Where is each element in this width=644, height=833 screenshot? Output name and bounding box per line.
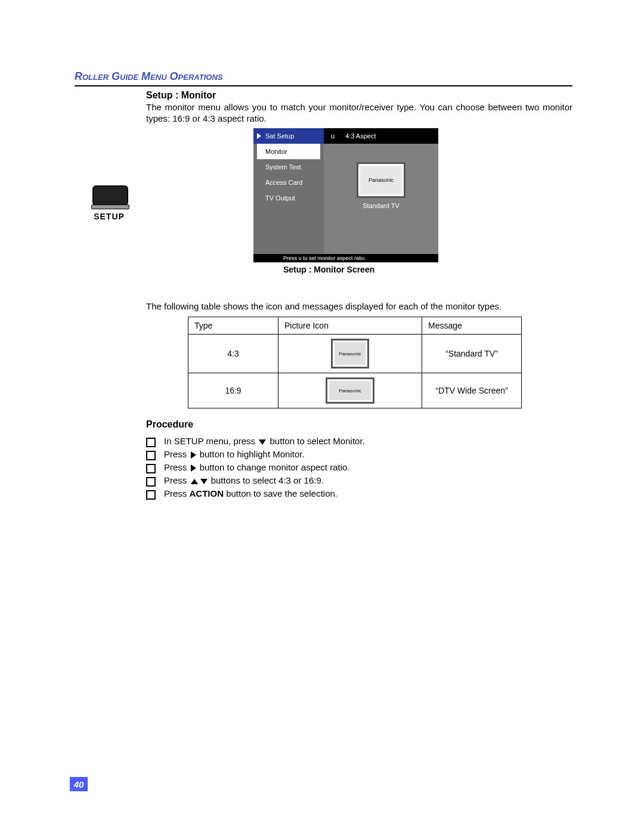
page-number-badge: 40: [70, 777, 88, 791]
tv-preview-icon: Panasonic: [358, 164, 404, 196]
cell-message: “Standard TV”: [422, 335, 522, 373]
menu-item-access-card: Access Card: [253, 175, 324, 190]
table-row: 16:9 Panasonic “DTV Wide Screen”: [188, 373, 522, 408]
procedure-list: In SETUP menu, press button to select Mo…: [146, 436, 572, 500]
menu-sidebar: Sat Setup Monitor System Test Access Car…: [253, 128, 324, 262]
procedure-step: Press button to change monitor aspect ra…: [146, 462, 572, 473]
subsection-title: Setup : Monitor: [146, 90, 572, 101]
cell-message: “DTV Wide Screen”: [422, 373, 522, 408]
setup-monitor-screenshot: Sat Setup Monitor System Test Access Car…: [253, 128, 438, 262]
tv-brand-label: Panasonic: [339, 351, 361, 357]
checkbox-icon: [146, 477, 156, 487]
step-text: Press: [164, 449, 190, 459]
menu-item-label: Access Card: [265, 179, 302, 186]
step-text-bold: ACTION: [190, 488, 224, 498]
screenshot-caption: Setup : Monitor Screen: [283, 265, 572, 274]
menu-item-system-test: System Test: [253, 159, 324, 175]
tv-icon-16-9: Panasonic: [327, 379, 373, 402]
menu-item-monitor: Monitor: [257, 144, 320, 159]
tv-caption: Standard TV: [324, 202, 438, 209]
checkbox-icon: [146, 464, 156, 473]
procedure-step: Press buttons to select 4:3 or 16:9.: [146, 475, 572, 487]
menu-item-label: Monitor: [265, 148, 287, 155]
up-arrow-icon: [191, 479, 198, 484]
menu-item-label: Sat Setup: [265, 132, 294, 140]
screenshot-preview-pane: Panasonic Standard TV: [324, 144, 438, 254]
step-text: Press: [164, 488, 190, 498]
cell-icon: Panasonic: [278, 335, 422, 373]
step-text: In SETUP menu, press: [164, 436, 258, 446]
menu-item-tv-output: TV Output: [253, 190, 324, 206]
cell-type: 16:9: [188, 373, 278, 408]
setup-device-icon: [92, 185, 128, 206]
screenshot-help-bar: Press u to set monitor aspect ratio.: [253, 254, 438, 262]
step-text: button to change monitor aspect ratio.: [200, 462, 350, 472]
procedure-step: Press ACTION button to save the selectio…: [146, 488, 572, 500]
procedure-step: In SETUP menu, press button to select Mo…: [146, 436, 572, 447]
down-arrow-icon: [200, 479, 208, 484]
table-intro: The following table shows the icon and m…: [146, 301, 572, 312]
table-header-icon: Picture Icon: [278, 317, 422, 335]
setup-icon-label: SETUP: [92, 212, 126, 221]
aspect-label: 4:3 Aspect: [345, 132, 376, 140]
table-header-message: Message: [422, 317, 522, 335]
procedure-step: Press button to highlight Monitor.: [146, 449, 572, 460]
table-row: 4:3 Panasonic “Standard TV”: [188, 335, 522, 373]
table-header-row: Type Picture Icon Message: [188, 317, 522, 335]
intro-paragraph: The monitor menu allows you to match you…: [146, 102, 572, 125]
down-arrow-icon: [259, 439, 266, 445]
screenshot-top-bar: u 4:3 Aspect: [324, 128, 438, 144]
right-arrow-icon: [191, 451, 196, 459]
right-arrow-icon: [191, 465, 196, 472]
step-text: button to save the selection.: [226, 488, 338, 498]
top-indicator: u: [331, 132, 335, 140]
menu-item-label: TV Output: [265, 194, 295, 202]
tv-brand-label: Panasonic: [369, 177, 394, 183]
table-header-type: Type: [188, 317, 278, 335]
menu-item-sat-setup: Sat Setup: [253, 128, 324, 144]
step-text: Press: [164, 475, 190, 485]
procedure-title: Procedure: [146, 419, 572, 430]
checkbox-icon: [146, 438, 156, 447]
tv-brand-label: Panasonic: [339, 388, 361, 394]
content-block: Setup : Monitor The monitor menu allows …: [146, 90, 572, 500]
menu-item-label: System Test: [265, 163, 301, 171]
monitor-types-table: Type Picture Icon Message 4:3 Panasonic …: [188, 317, 522, 408]
step-text: button to select Monitor.: [270, 436, 364, 446]
cell-icon: Panasonic: [278, 373, 422, 408]
play-indicator-icon: [257, 133, 261, 139]
checkbox-icon: [146, 490, 156, 500]
step-text: buttons to select 4:3 or 16:9.: [211, 475, 324, 485]
page-content: Roller Guide Menu Operations Setup : Mon…: [75, 70, 572, 501]
step-text: Press: [164, 462, 190, 472]
cell-type: 4:3: [188, 335, 278, 373]
checkbox-icon: [146, 451, 156, 460]
section-header: Roller Guide Menu Operations: [75, 70, 572, 86]
step-text: button to highlight Monitor.: [200, 449, 305, 459]
tv-icon-4-3: Panasonic: [333, 340, 367, 367]
